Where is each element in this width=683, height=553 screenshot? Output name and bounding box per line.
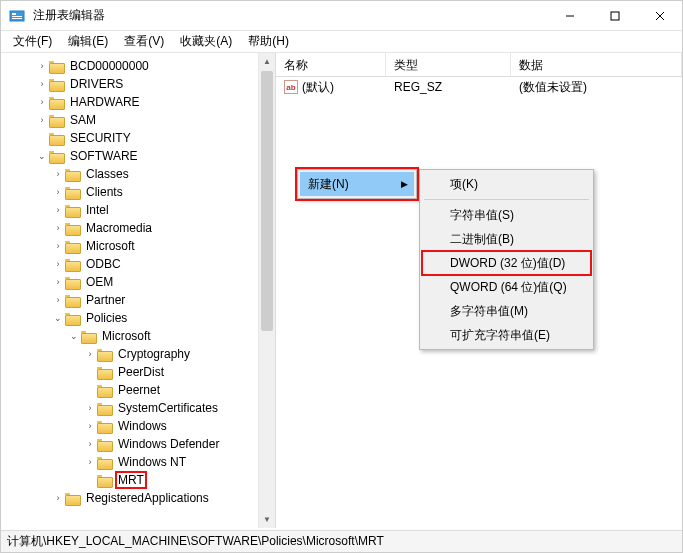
- tree-item[interactable]: ⌄Microsoft: [3, 327, 275, 345]
- col-type[interactable]: 类型: [386, 53, 511, 76]
- folder-icon: [49, 131, 65, 145]
- ctx-sub-label: DWORD (32 位)值(D): [450, 255, 565, 272]
- tree-item[interactable]: Peernet: [3, 381, 275, 399]
- minimize-button[interactable]: [547, 1, 592, 31]
- chevron-right-icon[interactable]: ›: [83, 437, 97, 451]
- tree-item[interactable]: ›HARDWARE: [3, 93, 275, 111]
- tree-item[interactable]: ›Windows: [3, 417, 275, 435]
- chevron-right-icon[interactable]: ›: [35, 59, 49, 73]
- tree-item-label: Macromedia: [84, 220, 154, 236]
- chevron-right-icon[interactable]: ›: [51, 491, 65, 505]
- tree-item-label: PeerDist: [116, 364, 166, 380]
- tree-item-label: Windows NT: [116, 454, 188, 470]
- tree-item[interactable]: PeerDist: [3, 363, 275, 381]
- folder-icon: [65, 239, 81, 253]
- tree-pane: ›BCD00000000›DRIVERS›HARDWARE›SAMSECURIT…: [1, 53, 276, 528]
- tree-item[interactable]: SECURITY: [3, 129, 275, 147]
- tree-item-label: DRIVERS: [68, 76, 125, 92]
- tree-item-label: Classes: [84, 166, 131, 182]
- tree-item[interactable]: ›DRIVERS: [3, 75, 275, 93]
- menu-edit[interactable]: 编辑(E): [60, 31, 116, 52]
- ctx-sub-item[interactable]: 字符串值(S): [422, 203, 591, 227]
- tree-item[interactable]: ›Cryptography: [3, 345, 275, 363]
- chevron-right-icon[interactable]: ›: [51, 239, 65, 253]
- tree-item[interactable]: ›Macromedia: [3, 219, 275, 237]
- tree-item-label: Windows Defender: [116, 436, 221, 452]
- scroll-down-icon[interactable]: ▼: [259, 511, 275, 528]
- svg-rect-2: [12, 16, 22, 17]
- chevron-right-icon[interactable]: ›: [51, 221, 65, 235]
- folder-icon: [65, 293, 81, 307]
- folder-icon: [65, 275, 81, 289]
- ctx-new[interactable]: 新建(N) ▶: [300, 172, 414, 196]
- chevron-right-icon[interactable]: ›: [51, 257, 65, 271]
- chevron-right-icon[interactable]: ›: [51, 293, 65, 307]
- svg-rect-3: [12, 18, 22, 19]
- tree-item[interactable]: ›Windows NT: [3, 453, 275, 471]
- tree-item[interactable]: ›OEM: [3, 273, 275, 291]
- menu-help[interactable]: 帮助(H): [240, 31, 297, 52]
- chevron-right-icon[interactable]: ›: [83, 347, 97, 361]
- ctx-sub-label: 多字符串值(M): [450, 303, 528, 320]
- ctx-sub-item[interactable]: DWORD (32 位)值(D): [422, 251, 591, 275]
- tree-item[interactable]: ›Clients: [3, 183, 275, 201]
- scroll-up-icon[interactable]: ▲: [259, 53, 275, 70]
- menu-view[interactable]: 查看(V): [116, 31, 172, 52]
- tree-item[interactable]: ›Classes: [3, 165, 275, 183]
- folder-icon: [65, 203, 81, 217]
- tree-item-label: RegisteredApplications: [84, 490, 211, 506]
- tree-item-label: SECURITY: [68, 130, 133, 146]
- chevron-right-icon[interactable]: ›: [35, 77, 49, 91]
- folder-icon: [49, 149, 65, 163]
- chevron-right-icon[interactable]: ›: [35, 113, 49, 127]
- chevron-down-icon[interactable]: ⌄: [35, 149, 49, 163]
- tree-item[interactable]: ›Microsoft: [3, 237, 275, 255]
- col-name[interactable]: 名称: [276, 53, 386, 76]
- chevron-right-icon[interactable]: ›: [51, 203, 65, 217]
- menu-fav[interactable]: 收藏夹(A): [172, 31, 240, 52]
- chevron-right-icon[interactable]: ›: [51, 185, 65, 199]
- chevron-right-icon[interactable]: ›: [83, 401, 97, 415]
- tree-item[interactable]: ›Windows Defender: [3, 435, 275, 453]
- tree-item[interactable]: ›ODBC: [3, 255, 275, 273]
- tree-item[interactable]: ›BCD00000000: [3, 57, 275, 75]
- chevron-right-icon[interactable]: ›: [35, 95, 49, 109]
- menu-file[interactable]: 文件(F): [5, 31, 60, 52]
- ctx-sub-item[interactable]: QWORD (64 位)值(Q): [422, 275, 591, 299]
- col-data[interactable]: 数据: [511, 53, 682, 76]
- chevron-right-icon[interactable]: ›: [83, 419, 97, 433]
- tree-item[interactable]: ›SystemCertificates: [3, 399, 275, 417]
- tree-item[interactable]: MRT: [3, 471, 275, 489]
- tree-item-label: Cryptography: [116, 346, 192, 362]
- tree-item[interactable]: ›SAM: [3, 111, 275, 129]
- window-controls: [547, 1, 682, 31]
- tree-item-label: HARDWARE: [68, 94, 142, 110]
- tree-item[interactable]: ⌄SOFTWARE: [3, 147, 275, 165]
- tree-scrollbar[interactable]: ▲ ▼: [258, 53, 275, 528]
- titlebar: 注册表编辑器: [1, 1, 682, 31]
- chevron-down-icon[interactable]: ⌄: [51, 311, 65, 325]
- tree-item[interactable]: ›Partner: [3, 291, 275, 309]
- tree-item[interactable]: ⌄Policies: [3, 309, 275, 327]
- scroll-thumb[interactable]: [261, 71, 273, 331]
- close-button[interactable]: [637, 1, 682, 31]
- tree-item-label: Clients: [84, 184, 125, 200]
- tree-item-label: ODBC: [84, 256, 123, 272]
- tree-item[interactable]: ›Intel: [3, 201, 275, 219]
- ctx-sub-item[interactable]: 项(K): [422, 172, 591, 196]
- chevron-down-icon[interactable]: ⌄: [67, 329, 81, 343]
- ctx-sub-item[interactable]: 可扩充字符串值(E): [422, 323, 591, 347]
- list-row[interactable]: ab (默认) REG_SZ (数值未设置): [276, 77, 682, 97]
- status-path: 计算机\HKEY_LOCAL_MACHINE\SOFTWARE\Policies…: [7, 533, 384, 550]
- ctx-sub-item[interactable]: 二进制值(B): [422, 227, 591, 251]
- maximize-button[interactable]: [592, 1, 637, 31]
- ctx-sub-item[interactable]: 多字符串值(M): [422, 299, 591, 323]
- chevron-right-icon[interactable]: ›: [51, 275, 65, 289]
- tree-item[interactable]: ›RegisteredApplications: [3, 489, 275, 507]
- folder-icon: [65, 185, 81, 199]
- chevron-right-icon[interactable]: ›: [83, 455, 97, 469]
- context-menu-primary: 新建(N) ▶: [297, 169, 417, 199]
- tree-item-label: Microsoft: [100, 328, 153, 344]
- app-icon: [9, 8, 25, 24]
- chevron-right-icon[interactable]: ›: [51, 167, 65, 181]
